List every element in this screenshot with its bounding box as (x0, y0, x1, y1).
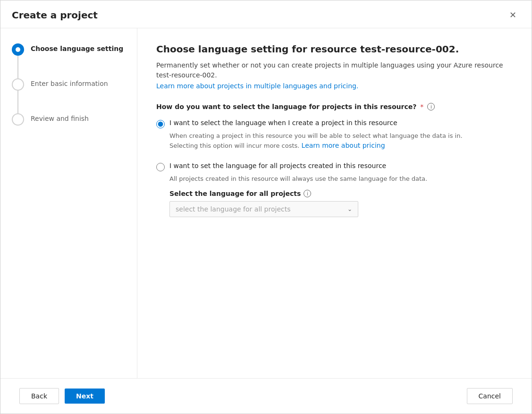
radio-option-2: I want to set the language for all proje… (156, 162, 513, 218)
radio-desc-2: All projects created in this resource wi… (169, 174, 513, 184)
sidebar: Choose language setting Enter basic info… (0, 28, 137, 378)
step-connector-2 (17, 91, 18, 113)
radio-row-2: I want to set the language for all proje… (156, 162, 513, 171)
question-row: How do you want to select the language f… (156, 103, 513, 110)
back-button[interactable]: Back (19, 388, 59, 404)
step-circle-3 (12, 113, 24, 126)
dialog-header: Create a project ✕ (0, 0, 532, 28)
dialog-title: Create a project (12, 9, 98, 21)
section-desc: Permanently set whether or not you can c… (156, 60, 513, 80)
select-label-row: Select the language for all projects i (169, 190, 513, 197)
cancel-button[interactable]: Cancel (467, 388, 513, 404)
select-label: Select the language for all projects (169, 190, 301, 197)
dialog-footer: Back Next Cancel (0, 378, 532, 414)
radio-desc-1: When creating a project in this resource… (169, 131, 513, 151)
dialog-body: Choose language setting Enter basic info… (0, 28, 532, 378)
step-label-choose-language: Choose language setting (31, 43, 123, 52)
step-connector-1 (17, 56, 18, 78)
required-star: * (420, 103, 423, 110)
radio-desc-1-text1: When creating a project in this resource… (169, 132, 463, 139)
sidebar-item-choose-language: Choose language setting (12, 43, 126, 56)
radio-option-1: I want to select the language when I cre… (156, 119, 513, 151)
main-content: Choose language setting for resource tes… (137, 28, 532, 378)
radio-group: I want to select the language when I cre… (156, 119, 513, 228)
radio-desc-1-text2: Selecting this option will incur more co… (169, 142, 299, 149)
chevron-down-icon: ⌄ (347, 206, 352, 212)
select-placeholder-text: select the language for all projects (176, 205, 291, 213)
learn-more-link[interactable]: Learn more about projects in multiple la… (156, 82, 358, 90)
step-circle-1 (12, 43, 24, 56)
close-button[interactable]: ✕ (506, 9, 520, 21)
step-label-review-finish: Review and finish (31, 113, 89, 122)
create-project-dialog: Create a project ✕ Choose language setti… (0, 0, 532, 414)
select-info-icon[interactable]: i (304, 190, 311, 197)
next-button[interactable]: Next (65, 389, 105, 404)
radio-input-1[interactable] (156, 120, 165, 128)
section-title: Choose language setting for resource tes… (156, 43, 513, 55)
language-select-dropdown[interactable]: select the language for all projects ⌄ (169, 201, 358, 217)
learn-pricing-link[interactable]: Learn more about pricing (302, 142, 385, 149)
sidebar-item-basic-info: Enter basic information (12, 78, 126, 91)
radio-input-2[interactable] (156, 163, 165, 171)
question-info-icon[interactable]: i (427, 103, 435, 110)
step-circle-2 (12, 78, 24, 91)
radio-label-2[interactable]: I want to set the language for all proje… (169, 162, 386, 169)
radio-row-1: I want to select the language when I cre… (156, 119, 513, 128)
radio-label-1[interactable]: I want to select the language when I cre… (169, 119, 397, 127)
close-icon: ✕ (509, 11, 516, 19)
sidebar-item-review-finish: Review and finish (12, 113, 126, 126)
question-text: How do you want to select the language f… (156, 103, 416, 110)
step-label-basic-info: Enter basic information (31, 78, 108, 87)
